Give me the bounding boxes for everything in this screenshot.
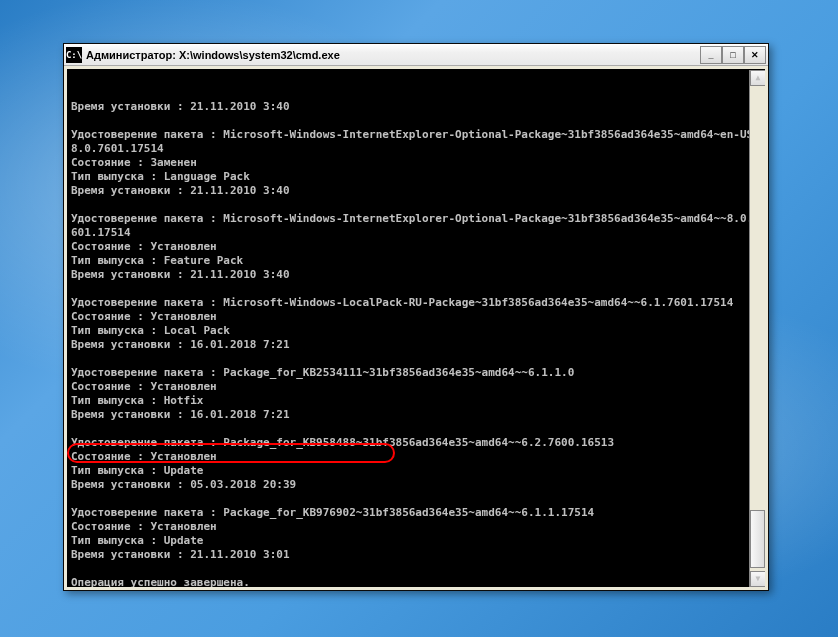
console-line: Тип выпуска : Language Pack bbox=[71, 170, 761, 184]
console-line: Состояние : Установлен bbox=[71, 450, 761, 464]
cmd-window: C:\ Администратор: X:\windows\system32\c… bbox=[63, 43, 769, 591]
console-line: Время установки : 21.11.2010 3:40 bbox=[71, 184, 761, 198]
console-line bbox=[71, 352, 761, 366]
console-line: Время установки : 05.03.2018 20:39 bbox=[71, 478, 761, 492]
scroll-down-button[interactable]: ▼ bbox=[750, 571, 765, 587]
titlebar[interactable]: C:\ Администратор: X:\windows\system32\c… bbox=[64, 44, 768, 66]
console-line: Операция успешно завершена. bbox=[71, 576, 761, 587]
console-line: Время установки : 21.11.2010 3:40 bbox=[71, 100, 761, 114]
maximize-button[interactable]: □ bbox=[722, 46, 744, 64]
console-line: Время установки : 21.11.2010 3:40 bbox=[71, 268, 761, 282]
console-line: Тип выпуска : Hotfix bbox=[71, 394, 761, 408]
console-line: Состояние : Заменен bbox=[71, 156, 761, 170]
console-line: Состояние : Установлен bbox=[71, 380, 761, 394]
console-line: Тип выпуска : Local Pack bbox=[71, 324, 761, 338]
console-line bbox=[71, 562, 761, 576]
console-line bbox=[71, 114, 761, 128]
console-line: Удостоверение пакета : Microsoft-Windows… bbox=[71, 212, 761, 240]
console-line: Время установки : 16.01.2018 7:21 bbox=[71, 408, 761, 422]
console-output[interactable]: Время установки : 21.11.2010 3:40 Удосто… bbox=[67, 69, 765, 587]
console-line: Состояние : Установлен bbox=[71, 240, 761, 254]
console-line: Время установки : 21.11.2010 3:01 bbox=[71, 548, 761, 562]
console-line bbox=[71, 282, 761, 296]
console-line bbox=[71, 492, 761, 506]
console-line: Состояние : Установлен bbox=[71, 520, 761, 534]
scroll-up-button[interactable]: ▲ bbox=[750, 70, 765, 86]
window-controls: _ □ ✕ bbox=[700, 46, 766, 64]
vertical-scrollbar[interactable]: ▲ ▼ bbox=[749, 70, 765, 587]
console-line: Тип выпуска : Feature Pack bbox=[71, 254, 761, 268]
minimize-button[interactable]: _ bbox=[700, 46, 722, 64]
console-line: Удостоверение пакета : Package_for_KB253… bbox=[71, 366, 761, 380]
console-line bbox=[71, 198, 761, 212]
console-line: Тип выпуска : Update bbox=[71, 464, 761, 478]
close-button[interactable]: ✕ bbox=[744, 46, 766, 64]
cmd-icon: C:\ bbox=[66, 47, 82, 63]
console-line bbox=[71, 422, 761, 436]
console-line: Удостоверение пакета : Microsoft-Windows… bbox=[71, 128, 761, 156]
window-title: Администратор: X:\windows\system32\cmd.e… bbox=[86, 49, 700, 61]
console-line: Удостоверение пакета : Microsoft-Windows… bbox=[71, 296, 761, 310]
console-line: Время установки : 16.01.2018 7:21 bbox=[71, 338, 761, 352]
scrollbar-thumb[interactable] bbox=[750, 510, 765, 568]
console-line: Удостоверение пакета : Package_for_KB976… bbox=[71, 506, 761, 520]
console-line: Удостоверение пакета : Package_for_KB958… bbox=[71, 436, 761, 450]
console-line: Состояние : Установлен bbox=[71, 310, 761, 324]
console-line: Тип выпуска : Update bbox=[71, 534, 761, 548]
